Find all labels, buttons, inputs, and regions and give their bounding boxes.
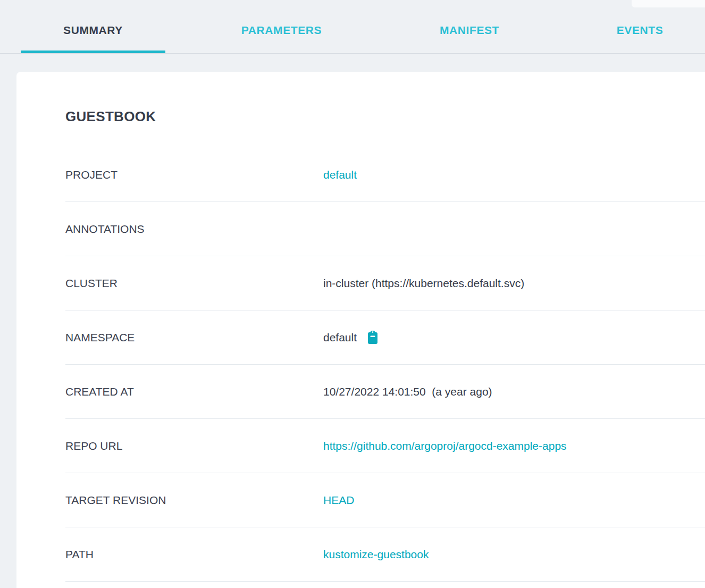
row-namespace: NAMESPACE default [65, 310, 705, 365]
row-annotations: ANNOTATIONS [65, 202, 705, 256]
row-label: PROJECT [65, 169, 323, 181]
row-path: PATH kustomize-guestbook [65, 527, 705, 582]
summary-card: GUESTBOOK PROJECT default ANNOTATIONS CL… [16, 72, 705, 588]
row-label: REPO URL [65, 440, 323, 452]
row-label: CREATED AT [65, 385, 323, 398]
row-label: TARGET REVISION [65, 494, 323, 507]
target-revision-link[interactable]: HEAD [323, 494, 354, 507]
created-at-value: 10/27/2022 14:01:50 (a year ago) [323, 385, 492, 398]
row-created-at: CREATED AT 10/27/2022 14:01:50 (a year a… [65, 365, 705, 419]
panel-corner [632, 0, 705, 7]
namespace-value: default [323, 331, 357, 344]
tab-bar: SUMMARY PARAMETERS MANIFEST EVENTS [0, 0, 705, 54]
tab-parameters[interactable]: PARAMETERS [199, 7, 364, 53]
row-label: PATH [65, 548, 323, 561]
row-project: PROJECT default [65, 148, 705, 202]
copy-namespace-button[interactable] [367, 330, 379, 345]
row-label: NAMESPACE [65, 331, 323, 344]
row-target-revision: TARGET REVISION HEAD [65, 473, 705, 527]
cluster-value: in-cluster (https://kubernetes.default.s… [323, 277, 524, 290]
row-repo-url: REPO URL https://github.com/argoproj/arg… [65, 419, 705, 473]
repo-url-link[interactable]: https://github.com/argoproj/argocd-examp… [323, 440, 567, 452]
row-label: ANNOTATIONS [65, 223, 323, 236]
row-label: CLUSTER [65, 277, 323, 290]
row-cluster: CLUSTER in-cluster (https://kubernetes.d… [65, 256, 705, 310]
app-title: GUESTBOOK [65, 108, 705, 125]
tab-events[interactable]: EVENTS [575, 7, 704, 53]
tab-summary[interactable]: SUMMARY [21, 7, 165, 53]
tab-manifest[interactable]: MANIFEST [397, 7, 542, 53]
path-link[interactable]: kustomize-guestbook [323, 548, 429, 561]
project-link[interactable]: default [323, 169, 357, 181]
clipboard-icon [367, 330, 379, 345]
